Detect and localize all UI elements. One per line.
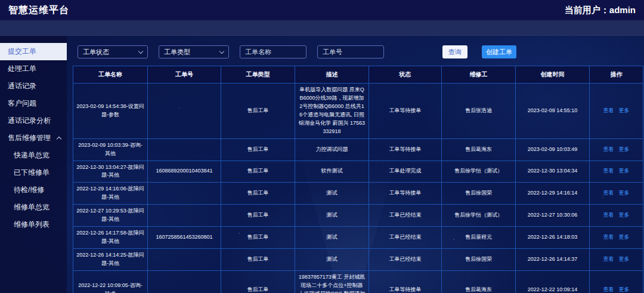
table-row: 2023-02-09 10:03:39-咨询-其他售后工单力控调试问题工单等待接… xyxy=(73,138,643,161)
cell-actions: 查看更多 xyxy=(590,138,643,161)
sub-header-bar xyxy=(0,20,644,36)
cell-actions: 查看更多 xyxy=(590,183,643,205)
cell-created: 2022-12-26 14:14:37 xyxy=(516,249,590,271)
column-header: 描述 xyxy=(295,66,369,84)
page-title: 智慧运维平台 xyxy=(8,4,69,17)
cell-no xyxy=(148,183,221,205)
table-row: 2022-12-26 14:17:58-故障问题-其他1607258561453… xyxy=(73,227,643,249)
content-area: 提交工单处理工单通话记录客户问题通话记录分析售后维修管理快递单总览已下维修单待检… xyxy=(0,36,644,293)
cell-no xyxy=(148,249,221,271)
sidebar-item[interactable]: 处理工单 xyxy=(0,60,67,78)
cell-name: 2022-12-26 14:14:25-故障问题-其他 xyxy=(73,249,148,271)
view-link[interactable]: 查看 xyxy=(603,234,614,240)
cell-status: 工单等待接单 xyxy=(369,270,442,293)
cell-no xyxy=(148,138,221,161)
cell-status: 工单等待接单 xyxy=(369,138,442,161)
cell-type: 售后工单 xyxy=(221,183,295,205)
sidebar-item[interactable]: 维修单总览 xyxy=(0,199,67,216)
order-status-select[interactable]: 工单状态 xyxy=(78,45,148,58)
orders-table: 工单名称工单号工单类型描述状态维修工创建时间操作 2023-02-09 14:5… xyxy=(73,66,643,293)
column-header: 维修工 xyxy=(442,66,516,84)
sidebar-item[interactable]: 提交工单 xyxy=(0,43,67,60)
view-link[interactable]: 查看 xyxy=(603,190,614,196)
sidebar-item[interactable]: 售后维修管理 xyxy=(0,129,67,147)
table-header-row: 工单名称工单号工单类型描述状态维修工创建时间操作 xyxy=(73,66,643,84)
sidebar-item[interactable]: 快递单总览 xyxy=(0,147,67,164)
sidebar-item[interactable]: 通话记录 xyxy=(0,78,67,95)
column-header: 工单名称 xyxy=(73,66,148,84)
column-header: 工单类型 xyxy=(221,66,295,84)
sidebar-item[interactable]: 待检/维修 xyxy=(0,181,67,199)
order-type-select[interactable]: 工单类型 xyxy=(159,45,229,58)
more-link[interactable]: 更多 xyxy=(619,168,630,174)
more-link[interactable]: 更多 xyxy=(619,107,630,113)
table-row: 2022-12-27 10:29:53-故障问题-其他售后工单测试工单已经结束售… xyxy=(73,205,643,227)
cell-name: 2023-02-09 14:54:38-设置问题-参数 xyxy=(73,84,148,139)
more-link[interactable]: 更多 xyxy=(619,234,630,240)
query-button[interactable]: 查询 xyxy=(442,45,467,58)
cell-type: 售后工单 xyxy=(221,205,295,227)
sidebar: 提交工单处理工单通话记录客户问题通话记录分析售后维修管理快递单总览已下维修单待检… xyxy=(0,36,67,293)
cell-type: 售后工单 xyxy=(221,138,295,161)
cell-created: 2022-12-22 10:09:14 xyxy=(516,270,590,293)
more-link[interactable]: 更多 xyxy=(619,286,630,292)
cell-desc: 19837857173黄工 开封城凯 现场二十多个点位+控制器上传瑞减局控GDS… xyxy=(295,270,369,293)
order-no-input[interactable] xyxy=(317,45,384,58)
sidebar-item[interactable]: 客户问题 xyxy=(0,95,67,112)
cell-worker: 售后徐国荣 xyxy=(442,183,516,205)
more-link[interactable]: 更多 xyxy=(619,256,630,262)
more-link[interactable]: 更多 xyxy=(619,190,630,196)
cell-name: 2022-12-27 10:29:53-故障问题-其他 xyxy=(73,205,148,227)
cell-desc: 测试 xyxy=(295,249,369,271)
sidebar-item-label: 快递单总览 xyxy=(14,150,49,161)
cell-created: 2023-02-09 10:03:49 xyxy=(516,138,590,161)
column-header: 操作 xyxy=(590,66,643,84)
sidebar-item-label: 已下维修单 xyxy=(14,168,49,178)
cell-created: 2022-12-26 14:18:03 xyxy=(516,227,590,249)
cell-type: 售后工单 xyxy=(221,161,295,183)
cell-no: 1607258561453260801 xyxy=(148,227,221,249)
cell-type: 售后工单 xyxy=(221,84,295,139)
cell-name: 2022-12-30 13:04:27-故障问题-其他 xyxy=(73,161,148,183)
order-type-select-label: 工单类型 xyxy=(164,48,190,57)
cell-worker: 售后裴程元 xyxy=(442,227,516,249)
sidebar-item-label: 通话记录分析 xyxy=(8,116,51,126)
view-link[interactable]: 查看 xyxy=(603,107,614,113)
sidebar-item-label: 客户问题 xyxy=(8,98,36,109)
cell-worker: 售后徐学恒（测试） xyxy=(442,161,516,183)
view-link[interactable]: 查看 xyxy=(603,212,614,218)
filter-bar: 工单状态 工单类型 查询 创建工单 xyxy=(73,45,643,58)
orders-table-wrap: 工单名称工单号工单类型描述状态维修工创建时间操作 2023-02-09 14:5… xyxy=(73,66,643,293)
more-link[interactable]: 更多 xyxy=(619,212,630,218)
cell-actions: 查看更多 xyxy=(590,227,643,249)
table-row: 2022-12-26 14:14:25-故障问题-其他售后工单测试工单已经结束售… xyxy=(73,249,643,271)
top-header: 智慧运维平台 当前用户：admin xyxy=(0,0,644,20)
view-link[interactable]: 查看 xyxy=(603,286,614,292)
app-root: 智慧运维平台 当前用户：admin 提交工单处理工单通话记录客户问题通话记录分析… xyxy=(0,0,644,293)
view-link[interactable]: 查看 xyxy=(603,146,614,152)
sidebar-item-label: 维修单总览 xyxy=(14,202,49,212)
cell-desc: 单机版导入数据问题 原来QB6000分线39路，现新增加2号控制器QB6000 … xyxy=(295,84,369,139)
view-link[interactable]: 查看 xyxy=(603,168,614,174)
sidebar-item-label: 售后维修管理 xyxy=(8,133,51,143)
cell-worker: 售后张浩迪 xyxy=(442,84,516,139)
cell-no xyxy=(148,270,221,293)
sidebar-item[interactable]: 维修单列表 xyxy=(0,216,67,233)
cell-desc: 测试 xyxy=(295,205,369,227)
create-order-button[interactable]: 创建工单 xyxy=(482,45,516,58)
cell-desc: 测试 xyxy=(295,227,369,249)
order-name-input[interactable] xyxy=(240,45,306,58)
main-panel: 工单状态 工单类型 查询 创建工单 xyxy=(67,36,644,293)
view-link[interactable]: 查看 xyxy=(603,256,614,262)
column-header: 创建时间 xyxy=(516,66,590,84)
cell-desc: 软件测试 xyxy=(295,161,369,183)
sidebar-item[interactable]: 通话记录分析 xyxy=(0,112,67,129)
cell-name: 2023-02-09 10:03:39-咨询-其他 xyxy=(73,138,148,161)
order-status-select-label: 工单状态 xyxy=(83,48,109,57)
sidebar-item[interactable]: 已下维修单 xyxy=(0,164,67,181)
more-link[interactable]: 更多 xyxy=(619,146,630,152)
sidebar-item-label: 提交工单 xyxy=(8,47,36,57)
cell-worker: 售后徐学恒（测试） xyxy=(442,205,516,227)
cell-type: 售后工单 xyxy=(221,270,295,293)
cell-status: 工单等待接单 xyxy=(369,84,442,139)
